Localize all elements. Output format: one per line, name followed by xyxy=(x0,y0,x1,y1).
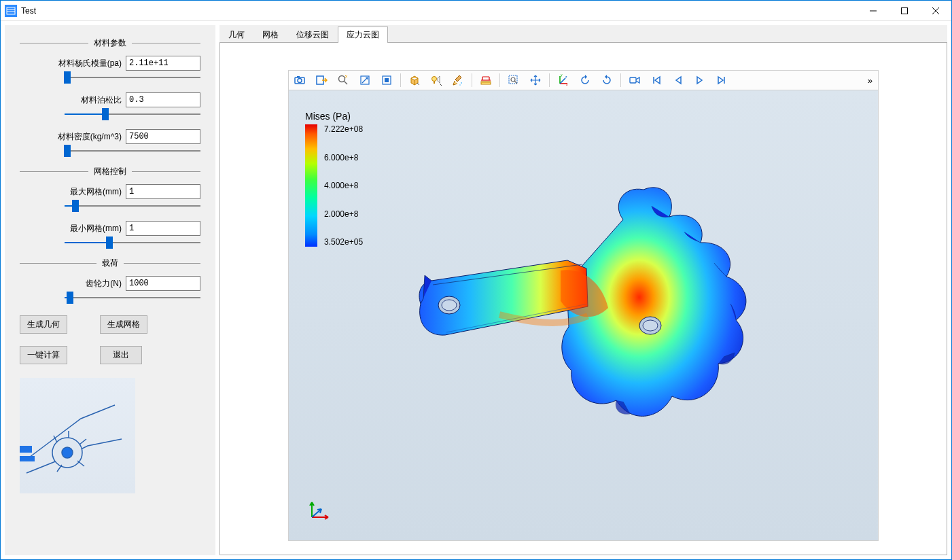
zoom-icon[interactable] xyxy=(334,71,353,89)
svg-rect-1 xyxy=(902,7,908,14)
min-mesh-label: 最小网格(mm) xyxy=(70,223,122,234)
max-mesh-slider[interactable] xyxy=(65,200,200,211)
toolbar-separator xyxy=(499,73,500,87)
legend-ticks: 7.222e+08 6.000e+8 4.000e+8 2.000e+8 3.5… xyxy=(324,124,363,247)
move-icon[interactable] xyxy=(526,71,545,89)
section-material: 材料参数 xyxy=(20,37,200,49)
sidebar: 材料参数 材料杨氏模量(pa) 材料泊松比 xyxy=(5,25,215,555)
slider-thumb[interactable] xyxy=(106,237,113,249)
svg-point-10 xyxy=(339,76,345,82)
density-slider[interactable] xyxy=(65,145,200,156)
lightbulb-icon[interactable] xyxy=(427,71,446,89)
axes-icon[interactable]: yxz xyxy=(554,71,573,89)
slider-thumb[interactable] xyxy=(64,145,71,157)
viewer-canvas[interactable]: Mises (Pa) 7.222e+08 6.000e+8 4.000e+8 2… xyxy=(288,90,879,541)
svg-rect-8 xyxy=(297,76,300,77)
legend-title: Mises (Pa) xyxy=(305,111,363,122)
modulus-slider[interactable] xyxy=(65,72,200,83)
box-color-icon[interactable] xyxy=(405,71,424,89)
svg-rect-4 xyxy=(20,446,32,453)
toolbar-separator xyxy=(549,73,550,87)
close-button[interactable] xyxy=(920,1,951,21)
tab-stress[interactable]: 应力云图 xyxy=(338,27,388,43)
legend-tick: 6.000e+8 xyxy=(324,153,363,162)
legend-tick: 2.000e+8 xyxy=(324,209,363,219)
body: 材料参数 材料杨氏模量(pa) 材料泊松比 xyxy=(1,21,951,559)
maximize-button[interactable] xyxy=(889,1,920,21)
rotate-ccw-icon[interactable] xyxy=(597,71,616,89)
generate-geometry-button[interactable]: 生成几何 xyxy=(20,315,67,334)
force-slider[interactable] xyxy=(65,292,200,303)
toolbar-separator xyxy=(620,73,621,87)
max-mesh-input[interactable] xyxy=(126,184,200,199)
svg-point-3 xyxy=(62,447,73,458)
slider-thumb[interactable] xyxy=(72,200,79,212)
toolbar-separator xyxy=(400,73,401,87)
svg-point-27 xyxy=(643,320,658,331)
prev-icon[interactable] xyxy=(669,71,688,89)
main: 几何 网格 位移云图 应力云图 xyxy=(219,25,947,555)
field-max-mesh: 最大网格(mm) xyxy=(20,184,200,199)
svg-text:y: y xyxy=(561,74,563,77)
section-load: 载荷 xyxy=(20,258,200,269)
poisson-input[interactable] xyxy=(126,92,200,107)
play-icon[interactable] xyxy=(690,71,709,89)
tab-displacement[interactable]: 位移云图 xyxy=(287,27,338,43)
field-density: 材料密度(kg/m^3) xyxy=(20,129,200,144)
ruler-icon[interactable] xyxy=(476,71,495,89)
svg-rect-0 xyxy=(7,7,15,14)
field-force: 齿轮力(N) xyxy=(20,276,200,291)
generate-mesh-button[interactable]: 生成网格 xyxy=(100,315,147,334)
field-poisson: 材料泊松比 xyxy=(20,92,200,107)
app-window: Test 材料参数 材料杨氏模量(pa) xyxy=(0,0,952,560)
density-input[interactable] xyxy=(126,129,200,144)
slider-thumb[interactable] xyxy=(64,71,71,84)
tabs: 几何 网格 位移云图 应力云图 xyxy=(219,25,947,43)
modulus-label: 材料杨氏模量(pa) xyxy=(58,58,122,69)
viewer: yxz » Mises (Pa) xyxy=(219,42,947,555)
legend-tick: 3.502e+05 xyxy=(324,237,363,247)
export-icon[interactable] xyxy=(312,71,331,89)
slider-thumb[interactable] xyxy=(102,108,109,120)
min-mesh-input[interactable] xyxy=(126,221,200,236)
field-min-mesh: 最小网格(mm) xyxy=(20,221,200,236)
poisson-label: 材料泊松比 xyxy=(81,94,122,106)
slider-thumb[interactable] xyxy=(67,292,73,304)
resize-icon[interactable] xyxy=(355,71,374,89)
max-mesh-label: 最大网格(mm) xyxy=(70,186,122,198)
force-input[interactable] xyxy=(126,276,200,291)
section-material-title: 材料参数 xyxy=(88,37,132,49)
svg-point-7 xyxy=(298,79,302,83)
fea-model xyxy=(391,158,771,444)
clean-icon[interactable] xyxy=(448,71,468,89)
svg-rect-5 xyxy=(20,456,35,461)
poisson-slider[interactable] xyxy=(65,109,200,120)
svg-text:z: z xyxy=(565,75,567,79)
compute-button[interactable]: 一键计算 xyxy=(20,346,67,364)
minimize-button[interactable] xyxy=(858,1,889,21)
toolbar-separator xyxy=(472,73,472,87)
select-box-icon[interactable] xyxy=(504,71,523,89)
section-mesh: 网格控制 xyxy=(20,166,200,177)
next-icon[interactable] xyxy=(712,71,731,89)
svg-point-16 xyxy=(459,84,461,86)
color-legend: Mises (Pa) 7.222e+08 6.000e+8 4.000e+8 2… xyxy=(305,111,363,247)
camera-icon[interactable] xyxy=(290,71,309,89)
svg-rect-13 xyxy=(385,78,389,82)
exit-button[interactable]: 退出 xyxy=(100,346,142,364)
tab-geometry[interactable]: 几何 xyxy=(219,27,253,43)
titlebar: Test xyxy=(1,1,951,21)
rotate-cw-icon[interactable] xyxy=(576,71,595,89)
geometry-preview xyxy=(20,378,135,493)
toolbar-overflow[interactable]: » xyxy=(864,75,877,86)
tab-mesh[interactable]: 网格 xyxy=(253,27,287,43)
modulus-input[interactable] xyxy=(126,56,200,71)
fit-icon[interactable] xyxy=(377,71,396,89)
buttons-row-2: 一键计算 退出 xyxy=(20,346,200,364)
svg-point-25 xyxy=(442,300,457,311)
first-icon[interactable] xyxy=(647,71,666,89)
record-icon[interactable] xyxy=(625,71,644,89)
legend-tick: 4.000e+8 xyxy=(324,181,363,190)
min-mesh-slider[interactable] xyxy=(65,237,200,248)
svg-point-15 xyxy=(461,82,462,84)
